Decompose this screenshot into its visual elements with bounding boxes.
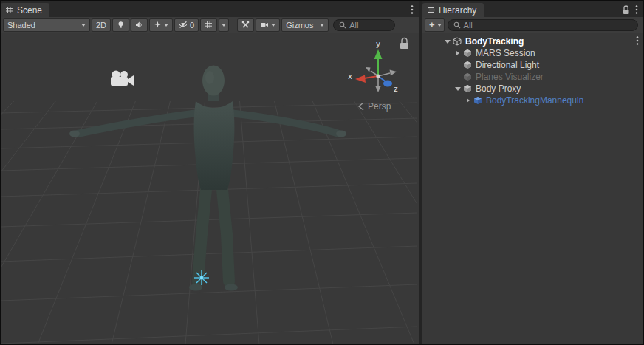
gameobject-cube-icon (462, 72, 473, 81)
scene-effects-dropdown[interactable] (149, 18, 173, 32)
tab-scene-label: Scene (17, 5, 42, 16)
scene-tabbar: Scene (1, 1, 419, 17)
unity-editor-window: Scene Shaded 2D (0, 0, 644, 345)
scene-render: y x z (1, 33, 417, 344)
scene-options-icon[interactable] (636, 35, 643, 48)
expander-icon[interactable] (453, 51, 462, 55)
chevron-down-icon (271, 24, 275, 27)
gameobject-cube-icon (462, 84, 473, 93)
eye-slash-icon (179, 21, 188, 29)
tab-hierarchy-label: Hierarchy (439, 5, 476, 16)
orientation-gizmo[interactable]: y x z (348, 39, 398, 93)
axis-z-label: z (394, 84, 398, 93)
row-label: BodyTracking (465, 36, 524, 47)
chevron-down-icon (437, 24, 442, 27)
hierarchy-search-field[interactable]: All (448, 19, 638, 31)
axis-y-label: y (376, 39, 380, 48)
scene-panel-menu-icon[interactable] (411, 4, 414, 15)
gizmos-label: Gizmos (286, 21, 313, 30)
hierarchy-icon (427, 6, 435, 14)
gameobject-cube-icon (462, 49, 473, 58)
row-label: Directional Light (476, 60, 539, 70)
chevron-down-icon (81, 24, 86, 27)
row-label: MARS Session (476, 48, 535, 58)
scene-camera-gizmo-icon[interactable] (111, 71, 134, 86)
prefab-cube-icon (473, 96, 483, 105)
tree-row-prefab[interactable]: BodyTrackingMannequin (422, 95, 643, 106)
camera-icon (260, 21, 269, 29)
tools-icon (242, 21, 250, 29)
axis-x-label: x (348, 72, 352, 81)
hierarchy-panel-menu-icon[interactable] (635, 4, 638, 15)
expander-icon[interactable] (443, 40, 452, 44)
move-gizmo-icon[interactable] (194, 270, 209, 285)
hierarchy-toolbar: + All (422, 17, 643, 33)
component-tools-toggle[interactable] (237, 18, 254, 32)
hierarchy-lock-icon[interactable] (622, 5, 630, 15)
expander-icon[interactable] (453, 87, 462, 91)
2d-toggle-button[interactable]: 2D (92, 18, 111, 32)
tree-row-gameobject[interactable]: MARS Session (422, 47, 643, 59)
scene-lock-icon[interactable] (400, 38, 408, 49)
row-label: Planes Visualizer (476, 72, 544, 82)
scene-lighting-toggle[interactable] (112, 18, 129, 32)
search-icon (339, 21, 346, 29)
row-label: Body Proxy (476, 83, 521, 94)
hierarchy-panel: Hierarchy + A (422, 1, 643, 344)
tree-row-gameobject[interactable]: Body Proxy (422, 83, 643, 95)
2d-toggle-label: 2D (96, 21, 106, 30)
scene-audio-toggle[interactable] (131, 18, 148, 32)
row-label: BodyTrackingMannequin (486, 95, 583, 106)
scene-search-field[interactable]: All (333, 19, 395, 31)
grid-visibility-toggle[interactable] (200, 18, 217, 32)
search-icon (453, 21, 461, 29)
tree-row-gameobject-disabled[interactable]: Planes Visualizer (422, 71, 643, 83)
scene-grid-icon (5, 6, 13, 14)
mannequin-model[interactable] (69, 66, 346, 291)
hierarchy-tree: BodyTracking MARS Session (422, 33, 643, 344)
toolbar-separator (233, 20, 233, 30)
scene-viewport[interactable]: y x z (1, 33, 419, 344)
tab-scene[interactable]: Scene (1, 3, 49, 17)
scene-toolbar: Shaded 2D (1, 17, 419, 33)
lightbulb-icon (117, 21, 125, 29)
scene-visibility-toggle[interactable]: 0 (174, 18, 199, 32)
gizmos-dropdown[interactable]: Gizmos (281, 18, 329, 32)
shading-mode-label: Shaded (7, 21, 35, 30)
create-object-button[interactable]: + (425, 18, 445, 32)
camera-settings-dropdown[interactable] (256, 18, 280, 32)
tree-row-scene[interactable]: BodyTracking (422, 35, 643, 47)
grid-icon (205, 21, 213, 29)
expander-icon[interactable] (464, 98, 473, 103)
grid-options-dropdown[interactable] (219, 18, 229, 32)
tab-hierarchy[interactable]: Hierarchy (422, 3, 484, 17)
persp-text: Persp (368, 101, 391, 112)
scene-panel: Scene Shaded 2D (1, 1, 419, 344)
chevron-down-icon (164, 24, 168, 27)
projection-mode-label[interactable]: Persp (359, 101, 391, 112)
shading-mode-dropdown[interactable]: Shaded (3, 18, 90, 32)
scene-search-value: All (349, 21, 358, 30)
hierarchy-search-value: All (464, 21, 473, 30)
gameobject-cube-icon (462, 61, 473, 69)
speaker-icon (135, 21, 143, 29)
effects-star-icon (154, 21, 162, 29)
chevron-down-icon (320, 24, 324, 27)
unity-scene-icon (452, 37, 462, 46)
chevron-down-icon (222, 24, 226, 27)
hierarchy-tabbar: Hierarchy (422, 1, 643, 17)
tree-row-gameobject[interactable]: Directional Light (422, 59, 643, 71)
hidden-object-count: 0 (190, 21, 194, 30)
create-object-label: + (429, 19, 435, 30)
